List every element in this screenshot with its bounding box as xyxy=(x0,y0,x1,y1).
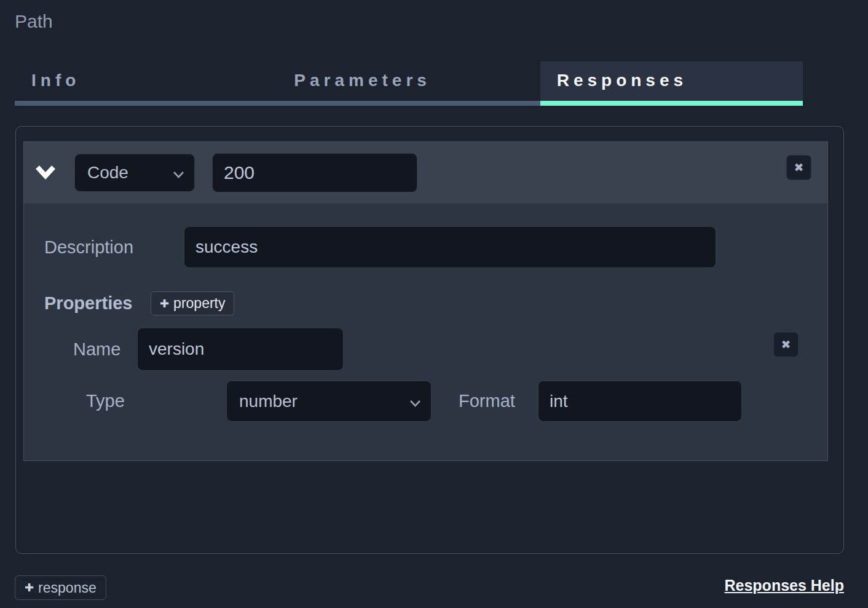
close-icon: ✖ xyxy=(781,338,791,352)
property-type-label: Type xyxy=(86,381,125,422)
add-response-label: response xyxy=(38,580,97,596)
properties-heading: Properties xyxy=(44,290,132,317)
close-icon: ✖ xyxy=(794,160,804,175)
response-card-header: Code ✖ xyxy=(24,142,827,203)
responses-help-link[interactable]: Responses Help xyxy=(724,577,844,594)
tab-parameters-label: Parameters xyxy=(294,71,431,90)
response-card: Code ✖ Description Properties ✚ property xyxy=(23,141,828,461)
property-name-label: Name xyxy=(73,328,120,371)
path-editor-page: Path Info Parameters Responses Code xyxy=(0,0,868,608)
property-format-label: Format xyxy=(459,381,515,422)
property-name-input[interactable] xyxy=(137,328,344,371)
tab-info[interactable]: Info xyxy=(15,61,277,106)
tab-parameters[interactable]: Parameters xyxy=(277,61,540,106)
tab-responses-label: Responses xyxy=(557,71,687,90)
tab-responses[interactable]: Responses xyxy=(540,61,803,106)
chevron-down-icon xyxy=(409,392,421,411)
tab-bar: Info Parameters Responses xyxy=(15,61,803,106)
description-label: Description xyxy=(44,226,133,268)
code-select-value: Code xyxy=(87,163,128,183)
page-title: Path xyxy=(15,11,53,32)
add-response-button[interactable]: ✚ response xyxy=(15,575,106,600)
plus-icon: ✚ xyxy=(25,581,34,594)
code-select[interactable]: Code xyxy=(74,154,195,192)
plus-icon: ✚ xyxy=(160,297,169,310)
chevron-down-icon xyxy=(36,172,55,181)
collapse-response-button[interactable] xyxy=(35,164,56,181)
response-card-body: Description Properties ✚ property Name ✖… xyxy=(24,203,827,460)
tab-info-label: Info xyxy=(31,71,80,90)
remove-property-button[interactable]: ✖ xyxy=(773,332,799,357)
response-code-input[interactable] xyxy=(212,153,417,192)
chevron-down-icon xyxy=(173,163,184,183)
add-property-label: property xyxy=(173,295,225,312)
description-input[interactable] xyxy=(184,226,716,268)
property-type-select[interactable]: number xyxy=(226,381,432,422)
property-type-value: number xyxy=(239,392,298,411)
property-format-input[interactable] xyxy=(538,381,742,422)
add-property-button[interactable]: ✚ property xyxy=(151,291,234,315)
remove-response-button[interactable]: ✖ xyxy=(786,155,811,180)
